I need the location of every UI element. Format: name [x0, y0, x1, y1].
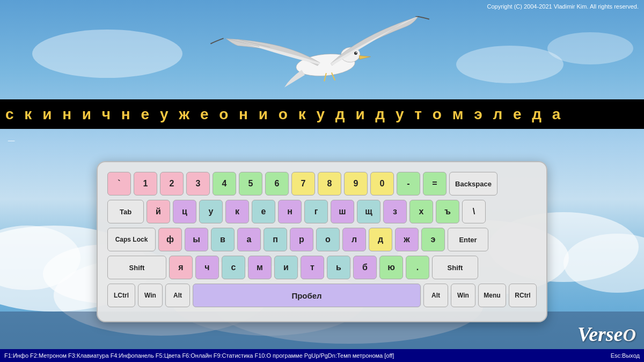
keyboard-row-3: Caps Lock ф ы в а п р о л д ж э Enter [107, 228, 537, 251]
key-х[interactable]: х [409, 200, 433, 223]
key-equals[interactable]: = [423, 172, 447, 196]
key-tab[interactable]: Tab [107, 200, 144, 223]
key-е[interactable]: е [252, 200, 275, 223]
key-minus[interactable]: - [397, 172, 420, 196]
key-л[interactable]: л [342, 228, 366, 251]
key-ъ[interactable]: ъ [436, 200, 459, 223]
key-7[interactable]: 7 [291, 172, 315, 196]
key-у[interactable]: у [199, 200, 223, 223]
key-ы[interactable]: ы [185, 228, 208, 251]
keyboard-row-5: LCtrl Win Alt Пробел Alt Win Menu RCtrl [107, 284, 537, 307]
key-ю[interactable]: ю [379, 256, 403, 279]
key-г[interactable]: г [304, 200, 328, 223]
cursor-indicator: _ [8, 129, 14, 143]
key-5[interactable]: 5 [239, 172, 262, 196]
key-shift-left[interactable]: Shift [107, 256, 166, 279]
key-backslash[interactable]: \ [462, 200, 486, 223]
key-и[interactable]: и [274, 256, 298, 279]
key-0[interactable]: 0 [370, 172, 394, 196]
key-а[interactable]: а [237, 228, 261, 251]
copyright-text: Copyright (C) 2004-2021 Vladimir Kim. Al… [487, 3, 639, 10]
keyboard-row-2: Tab й ц у к е н г ш щ з х ъ \ [107, 200, 537, 223]
key-3[interactable]: 3 [186, 172, 210, 196]
logo-text: VerseO [577, 323, 636, 345]
key-д[interactable]: д [369, 228, 392, 251]
key-8[interactable]: 8 [318, 172, 341, 196]
key-с[interactable]: с [222, 256, 245, 279]
key-ч[interactable]: ч [195, 256, 219, 279]
keyboard: ` 1 2 3 4 5 6 7 8 9 0 - = Backspace Tab … [97, 161, 547, 322]
key-р[interactable]: р [290, 228, 313, 251]
app-logo: VerseO [577, 322, 636, 346]
key-menu[interactable]: Menu [478, 284, 506, 307]
key-shift-right[interactable]: Shift [432, 256, 478, 279]
key-win-left[interactable]: Win [138, 284, 163, 307]
key-9[interactable]: 9 [344, 172, 368, 196]
key-2[interactable]: 2 [160, 172, 184, 196]
key-period[interactable]: . [406, 256, 429, 279]
key-lctrl[interactable]: LCtrl [107, 284, 135, 307]
key-win-right[interactable]: Win [451, 284, 475, 307]
key-6[interactable]: 6 [265, 172, 289, 196]
key-backspace[interactable]: Backspace [449, 172, 497, 196]
key-з[interactable]: з [383, 200, 407, 223]
key-о[interactable]: о [316, 228, 340, 251]
key-alt-left[interactable]: Alt [165, 284, 190, 307]
key-enter[interactable]: Enter [448, 228, 488, 251]
key-п[interactable]: п [264, 228, 287, 251]
key-в[interactable]: в [211, 228, 235, 251]
key-backtick[interactable]: ` [107, 172, 131, 196]
keyboard-row-1: ` 1 2 3 4 5 6 7 8 9 0 - = Backspace [107, 172, 537, 196]
key-1[interactable]: 1 [134, 172, 157, 196]
key-н[interactable]: н [278, 200, 302, 223]
key-ж[interactable]: ж [395, 228, 419, 251]
status-bar: F1:Инфо F2:Метроном F3:Клавиатура F4:Инф… [0, 349, 644, 362]
key-щ[interactable]: щ [357, 200, 380, 223]
text-display-bar: с к и н и ч н е у ж е о н и о к у д и д … [0, 99, 644, 129]
keyboard-row-4: Shift я ч с м и т ь б ю . Shift [107, 256, 537, 279]
key-space[interactable]: Пробел [193, 284, 421, 307]
seagull-image [188, 16, 456, 102]
key-э[interactable]: э [421, 228, 445, 251]
key-alt-right[interactable]: Alt [423, 284, 448, 307]
key-ь[interactable]: ь [327, 256, 350, 279]
key-caps-lock[interactable]: Caps Lock [107, 228, 156, 251]
key-4[interactable]: 4 [213, 172, 236, 196]
status-bar-left: F1:Инфо F2:Метроном F3:Клавиатура F4:Инф… [4, 352, 611, 359]
key-rctrl[interactable]: RCtrl [509, 284, 537, 307]
key-я[interactable]: я [169, 256, 193, 279]
display-text: с к и н и ч н е у ж е о н и о к у д и д … [5, 106, 564, 123]
key-т[interactable]: т [301, 256, 324, 279]
key-к[interactable]: к [225, 200, 249, 223]
status-bar-right: Esc:Выход [611, 352, 640, 359]
key-м[interactable]: м [248, 256, 272, 279]
key-й[interactable]: й [147, 200, 170, 223]
key-б[interactable]: б [353, 256, 377, 279]
key-ф[interactable]: ф [158, 228, 182, 251]
key-ц[interactable]: ц [173, 200, 196, 223]
key-ш[interactable]: ш [331, 200, 354, 223]
